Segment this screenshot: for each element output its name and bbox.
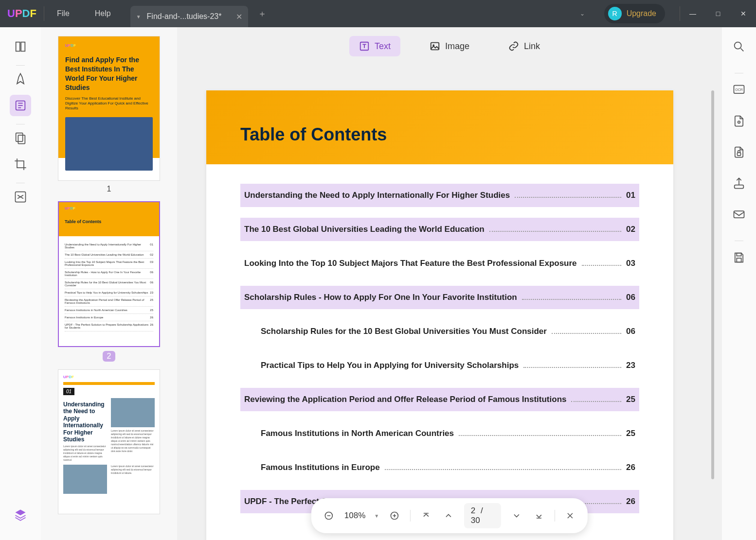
page-header: Table of Contents xyxy=(206,90,673,164)
thumb-subtitle: Discover The Best Educational Institute … xyxy=(65,96,153,111)
svg-rect-2 xyxy=(18,135,25,144)
organize-tool-icon[interactable] xyxy=(10,127,31,149)
toc-row[interactable]: Looking Into the Top 10 Subject Majors T… xyxy=(240,252,639,275)
toc-body: Understanding the Need to Apply Internat… xyxy=(206,164,673,540)
tab-close-icon[interactable]: ✕ xyxy=(236,12,242,21)
toc-row[interactable]: Practical Tips to Help You in Applying f… xyxy=(240,354,639,377)
separator xyxy=(735,241,743,241)
next-page-icon[interactable] xyxy=(510,508,523,523)
text-icon xyxy=(359,41,370,52)
total-pages: 30 xyxy=(471,516,480,525)
document-tab[interactable]: ▼ Find-and-...tudies-23* ✕ xyxy=(130,6,249,27)
svg-rect-17 xyxy=(737,258,741,262)
svg-rect-13 xyxy=(738,153,741,156)
svg-point-9 xyxy=(735,42,741,49)
toc-row[interactable]: The 10 Best Global Universities Leading … xyxy=(240,218,639,241)
separator xyxy=(16,124,25,124)
app-logo: UPDF xyxy=(0,7,44,20)
toc-row[interactable]: Famous Institutions in North American Co… xyxy=(240,422,639,445)
page-input[interactable]: 2 / 30 xyxy=(464,503,501,528)
toc-title: Practical Tips to Help You in Applying f… xyxy=(261,361,519,370)
left-toolbar xyxy=(0,27,41,540)
toc-title: Famous Institutions in Europe xyxy=(261,463,380,472)
toc-dots xyxy=(522,295,621,300)
svg-rect-14 xyxy=(735,185,744,189)
zoom-dropdown-icon[interactable]: ▼ xyxy=(374,513,379,519)
titlebar: UPDF File Help ▼ Find-and-...tudies-23* … xyxy=(0,0,756,27)
svg-text:OCR: OCR xyxy=(735,88,743,91)
edit-tool-icon[interactable] xyxy=(10,95,31,116)
toc-row[interactable]: Reviewing the Application Period and Off… xyxy=(240,388,639,411)
reader-mode-icon[interactable] xyxy=(10,36,31,57)
zoom-in-icon[interactable] xyxy=(388,508,401,523)
prev-page-icon[interactable] xyxy=(442,508,455,523)
upgrade-label: Upgrade xyxy=(627,9,656,18)
thumb-title: Understanding the Need to Apply Internat… xyxy=(63,401,107,443)
tabs-overflow-icon[interactable]: ⌄ xyxy=(580,10,585,17)
bottom-toolbar: 108% ▼ 2 / 30 xyxy=(311,498,588,533)
maximize-icon[interactable]: □ xyxy=(705,0,731,27)
svg-rect-5 xyxy=(431,43,439,50)
separator xyxy=(410,510,411,522)
menu-help[interactable]: Help xyxy=(82,9,124,18)
zoom-out-icon[interactable] xyxy=(322,508,336,523)
toc-page: 26 xyxy=(626,463,635,472)
thumbnails-panel: UPDF Find and Apply For the Best Institu… xyxy=(41,27,177,540)
search-icon[interactable] xyxy=(728,36,750,57)
first-page-icon[interactable] xyxy=(419,508,433,523)
edit-text-label: Text xyxy=(375,41,391,52)
file-properties-icon[interactable] xyxy=(728,110,750,132)
comment-tool-icon[interactable] xyxy=(10,69,31,90)
protect-icon[interactable] xyxy=(728,141,750,163)
toc-title: Scholarship Rules for the 10 Best Global… xyxy=(261,327,547,336)
layers-icon[interactable] xyxy=(10,504,31,525)
redact-tool-icon[interactable] xyxy=(10,186,31,208)
link-icon xyxy=(508,41,519,52)
edit-toolbar: Text Image Link xyxy=(349,36,550,56)
toc-dots xyxy=(459,431,621,436)
last-page-icon[interactable] xyxy=(532,508,545,523)
page-heading[interactable]: Table of Contents xyxy=(240,124,639,145)
toc-title: Looking Into the Top 10 Subject Majors T… xyxy=(244,259,577,268)
edit-link-label: Link xyxy=(524,41,540,52)
close-toolbar-icon[interactable] xyxy=(563,508,577,523)
export-icon[interactable] xyxy=(728,173,750,194)
toc-dots xyxy=(489,227,621,232)
toc-row[interactable]: Scholarship Rules - How to Apply For One… xyxy=(240,286,639,309)
thumb-number: 2 xyxy=(103,351,115,362)
toc-title: Scholarship Rules - How to Apply For One… xyxy=(244,293,517,302)
scrollbar[interactable] xyxy=(711,90,714,479)
save-icon[interactable] xyxy=(728,247,750,268)
tab-title: Find-and-...tudies-23* xyxy=(147,12,222,21)
new-tab-icon[interactable]: ＋ xyxy=(258,8,267,19)
email-icon[interactable] xyxy=(728,204,750,225)
toc-row[interactable]: Scholarship Rules for the 10 Best Global… xyxy=(240,320,639,343)
edit-image-label: Image xyxy=(445,41,469,52)
thumbnail-page-3[interactable]: UPDF 01 Understanding the Need to Apply … xyxy=(52,369,166,514)
toc-page: 25 xyxy=(626,395,635,404)
image-icon xyxy=(430,41,440,52)
separator xyxy=(554,510,555,522)
close-icon[interactable]: ✕ xyxy=(731,0,756,27)
ocr-icon[interactable]: OCR xyxy=(728,79,750,101)
svg-rect-15 xyxy=(734,211,744,218)
upgrade-button[interactable]: R Upgrade xyxy=(604,4,665,23)
toc-dots xyxy=(552,329,621,334)
toc-dots xyxy=(571,397,621,402)
tab-dropdown-icon[interactable]: ▼ xyxy=(136,14,141,19)
crop-tool-icon[interactable] xyxy=(10,154,31,175)
edit-text-button[interactable]: Text xyxy=(349,36,400,56)
menu-file[interactable]: File xyxy=(44,9,82,18)
thumbnail-page-1[interactable]: UPDF Find and Apply For the Best Institu… xyxy=(52,36,166,193)
toc-row[interactable]: Understanding the Need to Apply Internat… xyxy=(240,184,639,207)
toc-page: 01 xyxy=(626,191,635,200)
toc-page: 25 xyxy=(626,429,635,438)
edit-link-button[interactable]: Link xyxy=(499,36,550,56)
toc-row[interactable]: Famous Institutions in Europe26 xyxy=(240,456,639,479)
edit-image-button[interactable]: Image xyxy=(420,36,479,56)
toc-page: 02 xyxy=(626,225,635,234)
thumbnail-page-2[interactable]: UPDF Table of Contents Understanding the… xyxy=(52,201,166,362)
document-page[interactable]: Table of Contents Understanding the Need… xyxy=(206,90,673,540)
separator xyxy=(735,73,743,73)
minimize-icon[interactable]: ― xyxy=(680,0,705,27)
